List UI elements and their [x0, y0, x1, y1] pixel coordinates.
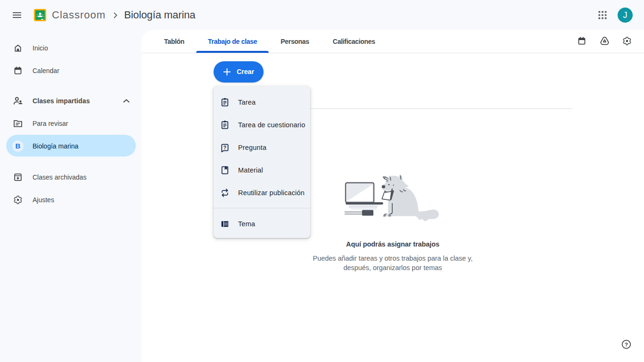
svg-text:?: ? [223, 145, 226, 150]
svg-text:?: ? [625, 342, 628, 347]
